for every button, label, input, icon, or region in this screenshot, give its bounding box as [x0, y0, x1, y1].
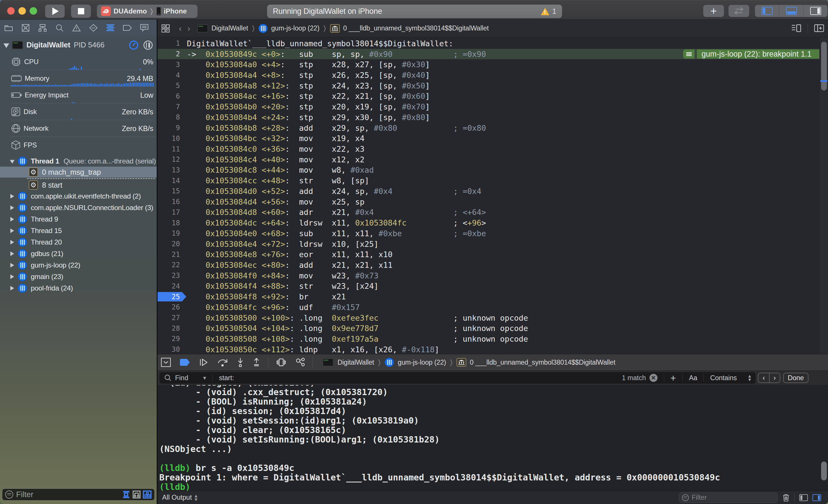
- navigator-tab-reports[interactable]: [136, 19, 153, 36]
- group-by-thread-toggle-icon[interactable]: [143, 491, 152, 499]
- gauge-row-fps[interactable]: FPS: [0, 137, 157, 153]
- stack-frame-row[interactable]: ⚙8 start: [0, 180, 157, 190]
- code-line-22[interactable]: 22 0x1053084ec <+80>: add x21, x21, x11: [158, 260, 819, 270]
- navigator-tab-project[interactable]: [0, 19, 17, 36]
- thread-row[interactable]: Thread 15: [0, 225, 157, 236]
- code-line-21[interactable]: 21 0x1053084e8 <+76>: eor x11, x11, x10: [158, 249, 819, 260]
- code-line-3[interactable]: 3 0x1053084a0 <+4>: stp x28, x27, [sp, #…: [158, 59, 819, 70]
- toggle-debug-area-button[interactable]: [779, 5, 803, 17]
- hide-debug-area-button[interactable]: [161, 358, 171, 367]
- scheme-selector[interactable]: DUAdemo 〉 iPhone: [97, 5, 198, 18]
- thread-row[interactable]: pool-frida (24): [0, 282, 157, 294]
- thread-row[interactable]: Thread 20: [0, 236, 157, 248]
- thread-row[interactable]: gmain (23): [0, 271, 157, 282]
- ui-hierarchy-toggle-icon[interactable]: [132, 491, 140, 499]
- find-mode-label[interactable]: Find: [175, 374, 188, 382]
- navigator-tab-breakpoints[interactable]: [119, 19, 136, 36]
- code-line-17[interactable]: 17 0x1053084d8 <+60>: adr x21, #0x4 ; <+…: [158, 207, 819, 218]
- thread-row[interactable]: com.apple.NSURLConnectionLoader (3): [0, 202, 157, 214]
- navigator-tab-source-control[interactable]: [17, 19, 34, 36]
- code-line-16[interactable]: 16 0x1053084d4 <+56>: mov x25, sp: [158, 196, 819, 207]
- clear-search-icon[interactable]: ✕: [650, 374, 658, 382]
- thread-row[interactable]: com.apple.uikit.eventfetch-thread (2): [0, 190, 157, 202]
- code-review-icon[interactable]: [791, 24, 801, 33]
- code-line-6[interactable]: 6 0x1053084ac <+16>: stp x22, x21, [sp, …: [158, 91, 819, 102]
- thread-row[interactable]: gdbus (21): [0, 248, 157, 260]
- console-output[interactable]: - (id) delegate; (0x1053816f8) - (void) …: [158, 385, 828, 491]
- find-done-button[interactable]: Done: [783, 373, 809, 383]
- console-scope-select[interactable]: All Output: [162, 494, 192, 501]
- navigator-tab-find[interactable]: [51, 19, 68, 36]
- code-line-2[interactable]: 2-> 0x10530849c <+0>: sub sp, sp, #0x90 …: [158, 49, 819, 59]
- disassembly-editor[interactable]: 1DigitalWallet`___lldb_unnamed_symbol380…: [158, 37, 828, 354]
- close-window-button[interactable]: [7, 7, 15, 15]
- editor-scrollbar[interactable]: [819, 37, 828, 354]
- flat-list-toggle-icon[interactable]: [122, 491, 130, 499]
- add-editor-icon[interactable]: [814, 24, 824, 33]
- code-line-19[interactable]: 19 0x1053084e0 <+68>: sub x11, x11, #0xb…: [158, 228, 819, 239]
- continue-button[interactable]: [199, 358, 208, 367]
- jumpbar-crumb-app[interactable]: DigitalWallet: [212, 25, 248, 32]
- thread-group-row[interactable]: Thread 1Queue: com.a...-thread (serial): [0, 156, 157, 167]
- navigator-tab-issues[interactable]: [68, 19, 85, 36]
- variables-view-toggle[interactable]: [799, 494, 808, 501]
- search-query[interactable]: start:: [219, 374, 234, 382]
- view-hierarchy-button[interactable]: [276, 358, 286, 367]
- chevron-down-icon[interactable]: ▾: [203, 374, 206, 381]
- add-search-criteria-button[interactable]: +: [670, 372, 676, 383]
- zoom-window-button[interactable]: [30, 7, 37, 15]
- warning-group[interactable]: 1: [541, 7, 556, 16]
- minimize-window-button[interactable]: [18, 7, 26, 15]
- trash-icon[interactable]: [782, 493, 790, 502]
- code-line-18[interactable]: 18 0x1053084dc <+64>: ldrsw x11, 0x10530…: [158, 218, 819, 228]
- step-over-button[interactable]: [217, 358, 228, 367]
- code-line-10[interactable]: 10 0x1053084bc <+32>: mov x19, x4: [158, 133, 819, 144]
- code-line-13[interactable]: 13 0x1053084c8 <+44>: mov w8, #0xad: [158, 165, 819, 176]
- editor-arrows-button[interactable]: [729, 5, 749, 17]
- gauge-row-disk[interactable]: DiskZero KB/s: [0, 103, 157, 120]
- code-line-20[interactable]: 20 0x1053084e4 <+72>: ldrsw x10, [x25]: [158, 239, 819, 249]
- find-field[interactable]: Find ▾ start: 1 match ✕ + Aa Contains ▴▾: [160, 372, 755, 383]
- match-type-select[interactable]: Contains: [710, 374, 737, 382]
- navigator-filter-field[interactable]: Filter: [2, 488, 155, 501]
- navigator-tab-symbols[interactable]: [34, 19, 51, 36]
- code-line-5[interactable]: 5 0x1053084a8 <+12>: stp x24, x23, [sp, …: [158, 81, 819, 91]
- annotation-menu-chip[interactable]: [683, 49, 695, 59]
- related-items-icon[interactable]: [162, 25, 170, 33]
- editor-scrollbar-thumb[interactable]: [821, 42, 827, 91]
- stack-frame-row[interactable]: ⚙0 mach_msg_trap: [0, 167, 157, 178]
- toggle-inspector-button[interactable]: [803, 5, 827, 17]
- code-line-4[interactable]: 4 0x1053084a4 <+8>: stp x26, x25, [sp, #…: [158, 70, 819, 81]
- process-row[interactable]: DigitalWallet PID 5466: [0, 36, 157, 53]
- debugbar-crumb-thread[interactable]: gum-js-loop (22): [398, 359, 446, 366]
- console-scrollbar-thumb[interactable]: [821, 461, 827, 480]
- library-add-button[interactable]: +: [703, 5, 724, 17]
- step-out-button[interactable]: [253, 358, 260, 367]
- console-view-toggle[interactable]: [813, 494, 821, 501]
- navigator-tab-debug[interactable]: [102, 19, 119, 36]
- code-line-25[interactable]: 25 0x1053084f8 <+92>: br x21: [158, 291, 819, 302]
- breakpoints-toggle-button[interactable]: [180, 359, 190, 366]
- performance-gauge-icon[interactable]: [129, 41, 138, 50]
- stop-button[interactable]: [71, 5, 91, 18]
- code-line-28[interactable]: 28 0x105308504 <+104>: .long 0x9ee778d7 …: [158, 323, 819, 334]
- code-line-26[interactable]: 26 0x1053084fc <+96>: udf #0x157: [158, 302, 819, 313]
- code-line-24[interactable]: 24 0x1053084f4 <+88>: str w23, [x24]: [158, 281, 819, 292]
- code-line-15[interactable]: 15 0x1053084d0 <+52>: add x24, sp, #0x4 …: [158, 186, 819, 196]
- forward-button[interactable]: ›: [188, 24, 190, 33]
- code-line-30[interactable]: 30 0x10530850c <+112>: ldnp x1, x16, [x2…: [158, 344, 819, 354]
- thread-view-toggle-icon[interactable]: [143, 41, 153, 50]
- code-line-14[interactable]: 14 0x1053084cc <+48>: str w8, [sp]: [158, 175, 819, 186]
- jumpbar-crumb-symbol[interactable]: 0 ___lldb_unnamed_symbol38014$$DigitalWa…: [343, 25, 489, 32]
- gauge-row-network[interactable]: NetworkZero KB/s: [0, 120, 157, 137]
- find-next-button[interactable]: ›: [769, 373, 780, 382]
- code-line-27[interactable]: 27 0x105308500 <+100>: .long 0xefee3fec …: [158, 313, 819, 323]
- code-line-9[interactable]: 9 0x1053084b8 <+28>: add x29, sp, #0x80 …: [158, 123, 819, 133]
- memory-graph-button[interactable]: [295, 358, 305, 367]
- back-button[interactable]: ‹: [179, 24, 182, 33]
- code-line-7[interactable]: 7 0x1053084b0 <+20>: stp x20, x19, [sp, …: [158, 101, 819, 112]
- console-filter-field[interactable]: Filter: [679, 493, 778, 503]
- gauge-row-memory[interactable]: Memory29.4 MB: [0, 70, 157, 87]
- toggle-navigator-button[interactable]: [755, 5, 779, 17]
- debugbar-crumb-symbol[interactable]: 0 ___lldb_unnamed_symbol38014$$DigitalWa…: [470, 359, 615, 366]
